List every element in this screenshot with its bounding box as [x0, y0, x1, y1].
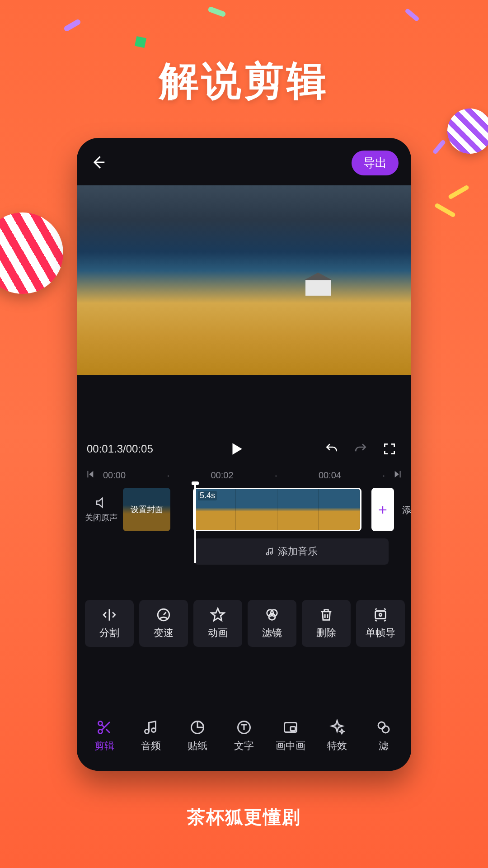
speaker-icon — [94, 496, 108, 509]
decorative-ball — [0, 212, 63, 294]
nav-label: 音频 — [141, 739, 161, 753]
clip-duration: 5.4s — [198, 491, 217, 500]
play-icon — [229, 441, 244, 457]
nav-filter[interactable]: 滤 — [362, 719, 406, 753]
add-clip-label: 添 — [402, 504, 411, 516]
playhead[interactable] — [194, 485, 196, 563]
music-note-icon — [265, 547, 274, 556]
filter-icon — [264, 607, 280, 623]
add-music-label: 添加音乐 — [278, 545, 318, 558]
time-counter: 00:01.3/00:05 — [87, 443, 153, 455]
confetti-streamer — [432, 139, 446, 155]
nav-audio[interactable]: 音频 — [129, 719, 173, 753]
tool-label: 变速 — [154, 626, 174, 640]
phone-mock: 导出 00:01.3/00:05 00:00 · 00:02 · 00: — [77, 138, 411, 771]
play-button[interactable] — [224, 439, 249, 459]
skip-end-button[interactable] — [393, 469, 403, 481]
clip-frame — [236, 489, 277, 530]
tool-label: 删除 — [316, 626, 336, 640]
set-cover-button[interactable]: 设置封面 — [123, 488, 170, 531]
trash-icon — [319, 607, 334, 623]
svg-point-15 — [382, 726, 389, 733]
ruler-tick: 00:02 — [211, 470, 233, 481]
star-icon — [210, 607, 225, 623]
svg-point-5 — [379, 613, 382, 616]
preview-illustration — [305, 280, 331, 296]
undo-button[interactable] — [320, 439, 343, 459]
tool-split[interactable]: 分割 — [85, 600, 134, 647]
nav-label: 贴纸 — [188, 739, 207, 753]
tool-row: 分割 变速 动画 滤镜 删除 单帧导 — [77, 565, 411, 647]
speed-icon — [156, 607, 171, 623]
timeline-track[interactable]: 关闭原声 设置封面 5.4s + 添 — [77, 486, 411, 531]
footer-tagline: 茶杯狐更懂剧 — [0, 805, 488, 830]
svg-point-3 — [269, 613, 275, 620]
tool-label: 滤镜 — [262, 626, 282, 640]
scissors-icon — [96, 719, 113, 736]
redo-icon — [353, 442, 368, 456]
nav-edit[interactable]: 剪辑 — [82, 719, 126, 753]
decorative-ball — [447, 108, 488, 154]
nav-text[interactable]: 文字 — [222, 719, 266, 753]
ruler-dot: · — [275, 470, 277, 481]
svg-point-8 — [145, 730, 149, 734]
add-music-button[interactable]: 添加音乐 — [194, 538, 389, 565]
confetti-square — [135, 36, 146, 48]
nav-pip[interactable]: 画中画 — [269, 719, 313, 753]
svg-point-7 — [98, 730, 102, 734]
svg-point-9 — [151, 728, 155, 732]
confetti-streamer — [404, 8, 420, 22]
sparkle-icon — [329, 719, 345, 736]
ruler-tick: 00:04 — [319, 470, 341, 481]
arrow-left-icon — [89, 154, 107, 171]
tool-animation[interactable]: 动画 — [193, 600, 242, 647]
music-icon — [143, 719, 159, 736]
skip-next-icon — [393, 469, 403, 479]
nav-label: 特效 — [327, 739, 347, 753]
nav-label: 滤 — [379, 739, 389, 753]
svg-rect-4 — [375, 611, 386, 619]
redo-button[interactable] — [349, 439, 372, 459]
frame-export-icon — [373, 607, 388, 623]
video-clip[interactable]: 5.4s — [193, 488, 361, 531]
ruler-dot: · — [382, 470, 385, 481]
clip-frame — [277, 489, 319, 530]
hero-title: 解说剪辑 — [0, 54, 488, 108]
nav-effects[interactable]: 特效 — [315, 719, 359, 753]
sticker-icon — [189, 719, 206, 736]
mute-original-button[interactable]: 关闭原声 — [85, 488, 117, 523]
mute-label: 关闭原声 — [85, 512, 117, 523]
ruler-dot: · — [167, 470, 169, 481]
nav-sticker[interactable]: 贴纸 — [175, 719, 219, 753]
tool-label: 单帧导 — [366, 626, 395, 640]
nav-label: 文字 — [234, 739, 254, 753]
cover-label: 设置封面 — [131, 504, 163, 515]
editor-header: 导出 — [77, 138, 411, 185]
fullscreen-button[interactable] — [378, 439, 401, 459]
time-ruler[interactable]: 00:00 · 00:02 · 00:04 · — [77, 467, 411, 486]
skip-start-button[interactable] — [85, 469, 95, 481]
ruler-ticks: 00:00 · 00:02 · 00:04 · — [99, 470, 389, 481]
confetti-squiggle — [448, 184, 469, 200]
ruler-tick: 00:00 — [103, 470, 126, 481]
svg-rect-13 — [291, 727, 296, 731]
tool-delete[interactable]: 删除 — [302, 600, 351, 647]
tool-speed[interactable]: 变速 — [139, 600, 188, 647]
nav-label: 剪辑 — [94, 739, 114, 753]
tool-frame-export[interactable]: 单帧导 — [356, 600, 405, 647]
tool-label: 动画 — [208, 626, 228, 640]
back-button[interactable] — [89, 154, 107, 173]
tool-label: 分割 — [99, 626, 119, 640]
svg-point-14 — [378, 722, 385, 729]
confetti-streamer — [63, 19, 82, 32]
split-icon — [102, 607, 117, 623]
clip-frame — [319, 489, 360, 530]
video-preview[interactable] — [77, 185, 411, 375]
tool-filter[interactable]: 滤镜 — [248, 600, 296, 647]
text-icon — [236, 719, 252, 736]
add-clip-button[interactable]: + — [371, 488, 394, 531]
bottom-nav: 剪辑 音频 贴纸 文字 画中画 特效 滤 — [77, 708, 411, 771]
undo-icon — [324, 442, 339, 456]
export-button[interactable]: 导出 — [352, 151, 399, 175]
filter-nav-icon — [375, 719, 392, 736]
